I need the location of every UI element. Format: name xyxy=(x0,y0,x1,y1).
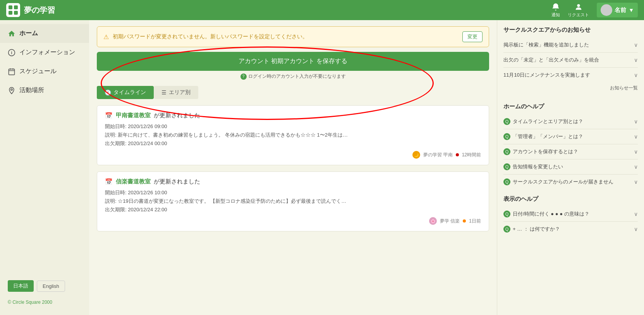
feed-org-0: 夢の学習 甲南 xyxy=(423,152,452,158)
feed-tabs: 🕐 タイムライン ☰ エリア別 xyxy=(97,86,489,99)
svg-rect-1 xyxy=(14,5,18,9)
help-section-title: ホームのヘルプ xyxy=(503,103,638,110)
sidebar-item-home-label: ホーム xyxy=(19,29,38,38)
sidebar-item-info-label: インフォメーション xyxy=(19,48,75,56)
main-layout: ホーム i インフォメーション スケジュール 活動場所 xyxy=(0,20,644,315)
help-text-4: サークルスクエアからのメールが届きません xyxy=(513,179,613,185)
feed-title-0: 📅 甲南書道教室 が更新されました xyxy=(105,112,481,119)
sidebar: ホーム i インフォメーション スケジュール 活動場所 xyxy=(0,20,89,315)
request-label: リクエスト xyxy=(568,12,589,18)
right-sidebar: サークルスクエアからのお知らせ 掲示板に「検索」機能を追加しました ∨ 出欠の「… xyxy=(497,20,644,315)
display-help-q-1: Q xyxy=(503,226,510,233)
feed-time-0: 12時間前 xyxy=(462,152,481,158)
help-item-0[interactable]: Qタイムラインとエリア別とは？ ∨ xyxy=(503,114,638,129)
warning-message: 初期パスワードが変更されていません。新しいパスワードを設定してください。 xyxy=(113,33,459,40)
help-item-2[interactable]: Qアカウントを保存するとは？ ∨ xyxy=(503,144,638,159)
sidebar-item-home[interactable]: ホーム xyxy=(0,24,89,43)
feed-org-1: 夢学 信楽 xyxy=(440,218,460,224)
language-switcher: 日本語 English xyxy=(0,274,89,298)
calendar-icon-1: 📅 xyxy=(105,178,113,185)
status-dot-0 xyxy=(456,153,459,156)
display-help-section: 表示のヘルプ Q日付/時間に付く ● ● ● の意味は？ ∨ Q+ … ： は何… xyxy=(503,195,638,236)
header: 夢の学習 通知 リクエスト 名前 ▼ xyxy=(0,0,644,20)
feed-link-1[interactable]: 信楽書道教室 xyxy=(116,178,151,185)
help-item-1[interactable]: Q「管理者」「メンバー」とは？ ∨ xyxy=(503,129,638,144)
avatar xyxy=(601,4,612,16)
svg-rect-3 xyxy=(14,11,18,15)
sidebar-item-location[interactable]: 活動場所 xyxy=(0,81,89,100)
svg-point-4 xyxy=(577,4,580,7)
lang-en-button[interactable]: English xyxy=(37,281,65,292)
notice-list: 掲示板に「検索」機能を追加しました ∨ 出欠の「未定」と「出欠メモのみ」を統合 … xyxy=(503,38,638,82)
notice-item-0[interactable]: 掲示板に「検索」機能を追加しました ∨ xyxy=(503,38,638,53)
help-circle-icon: ? xyxy=(240,74,247,80)
notification-label: 通知 xyxy=(551,12,560,18)
display-help-title: 表示のヘルプ xyxy=(503,195,638,203)
lang-jp-button[interactable]: 日本語 xyxy=(8,280,34,292)
org-icon-0: 🌙 xyxy=(412,151,420,159)
help-item-3[interactable]: Q告知情報を変更したい ∨ xyxy=(503,159,638,175)
svg-text:i: i xyxy=(11,50,12,55)
help-q-icon-3: Q xyxy=(503,163,510,170)
status-dot-1 xyxy=(463,219,466,223)
help-text-2: アカウントを保存するとは？ xyxy=(513,149,578,154)
chevron-icon-2: ∨ xyxy=(634,72,638,78)
notice-all-link[interactable]: お知らせ一覧 xyxy=(503,82,638,97)
chevron-help-2: ∨ xyxy=(634,149,638,155)
sidebar-item-schedule[interactable]: スケジュール xyxy=(0,62,89,81)
main-content: ⚠ 初期パスワードが変更されていません。新しいパスワードを設定してください。 変… xyxy=(89,20,497,315)
chevron-display-1: ∨ xyxy=(634,226,638,232)
help-q-icon-2: Q xyxy=(503,148,510,155)
display-help-text-1: + … ： は何ですか？ xyxy=(513,226,560,232)
help-q-icon-4: Q xyxy=(503,178,510,185)
display-help-text-0: 日付/時間に付く ● ● ● の意味は？ xyxy=(513,211,589,217)
display-help-item-0[interactable]: Q日付/時間に付く ● ● ● の意味は？ ∨ xyxy=(503,207,638,222)
help-item-4[interactable]: Qサークルスクエアからのメールが届きません ∨ xyxy=(503,175,638,189)
feed-card-1: 📅 信楽書道教室 が更新されました 開始日時: 2020/12/26 10:00… xyxy=(97,171,489,231)
help-section: ホームのヘルプ Qタイムラインとエリア別とは？ ∨ Q「管理者」「メンバー」とは… xyxy=(503,103,638,189)
notification-button[interactable]: 通知 xyxy=(551,3,560,18)
tab-area[interactable]: ☰ エリア別 xyxy=(154,86,198,99)
sidebar-item-schedule-label: スケジュール xyxy=(19,67,57,75)
feed-time-1: 1日前 xyxy=(469,218,481,224)
clock-icon: 🕐 xyxy=(105,89,111,96)
calendar-icon: 📅 xyxy=(105,112,113,119)
sidebar-footer: © Circle Square 2000 xyxy=(0,298,89,311)
display-help-item-1[interactable]: Q+ … ： は何ですか？ ∨ xyxy=(503,222,638,236)
chevron-help-0: ∨ xyxy=(634,118,638,125)
notice-item-2[interactable]: 11月10日にメンテナンスを実施します ∨ xyxy=(503,68,638,82)
sidebar-item-location-label: 活動場所 xyxy=(19,86,44,94)
tab-timeline[interactable]: 🕐 タイムライン xyxy=(97,86,154,99)
svg-point-11 xyxy=(11,89,12,90)
change-password-button[interactable]: 変更 xyxy=(462,31,483,42)
list-icon: ☰ xyxy=(161,89,167,96)
feed-start-0: 開始日時: 2020/12/26 09:00 xyxy=(105,123,481,130)
feed-start-1: 開始日時: 2020/12/26 10:00 xyxy=(105,189,481,196)
logo: 夢の学習 xyxy=(6,3,55,17)
chevron-help-4: ∨ xyxy=(634,179,638,185)
copyright: © Circle Square 2000 xyxy=(8,300,52,305)
chevron-icon-0: ∨ xyxy=(634,42,638,48)
chevron-icon-1: ∨ xyxy=(634,57,638,63)
feed-link-0[interactable]: 甲南書道教室 xyxy=(116,112,151,119)
save-account-button[interactable]: アカウント 初期アカウント を保存する xyxy=(97,52,489,71)
help-text-1: 「管理者」「メンバー」とは？ xyxy=(513,134,583,139)
request-button[interactable]: リクエスト xyxy=(568,3,589,18)
svg-rect-2 xyxy=(9,11,12,15)
notice-text-0: 掲示板に「検索」機能を追加しました xyxy=(503,41,589,48)
feed-suffix-1: が更新されました xyxy=(154,178,200,185)
chevron-help-3: ∨ xyxy=(634,164,638,170)
feed-deadline-0: 出欠期限: 2020/12/24 00:00 xyxy=(105,140,481,147)
sidebar-item-info[interactable]: i インフォメーション xyxy=(0,43,89,62)
help-text-0: タイムラインとエリア別とは？ xyxy=(513,118,583,124)
chevron-help-1: ∨ xyxy=(634,134,638,140)
help-text-3: 告知情報を変更したい xyxy=(513,164,563,169)
feed-deadline-1: 出欠期限: 2020/12/24 22:00 xyxy=(105,206,481,213)
logo-icon xyxy=(6,3,20,17)
feed-card-0: 📅 甲南書道教室 が更新されました 開始日時: 2020/12/26 09:00… xyxy=(97,105,489,165)
notice-section-title: サークルスクエアからのお知らせ xyxy=(503,26,638,34)
feed-desc-0: 説明: 新年に向けて、書き初めの練習をしましょう。 冬休みの宿題にも活用できるか… xyxy=(105,132,481,139)
notice-item-1[interactable]: 出欠の「未定」と「出欠メモのみ」を統合 ∨ xyxy=(503,53,638,68)
user-menu[interactable]: 名前 ▼ xyxy=(597,3,638,17)
app-title: 夢の学習 xyxy=(24,5,55,15)
